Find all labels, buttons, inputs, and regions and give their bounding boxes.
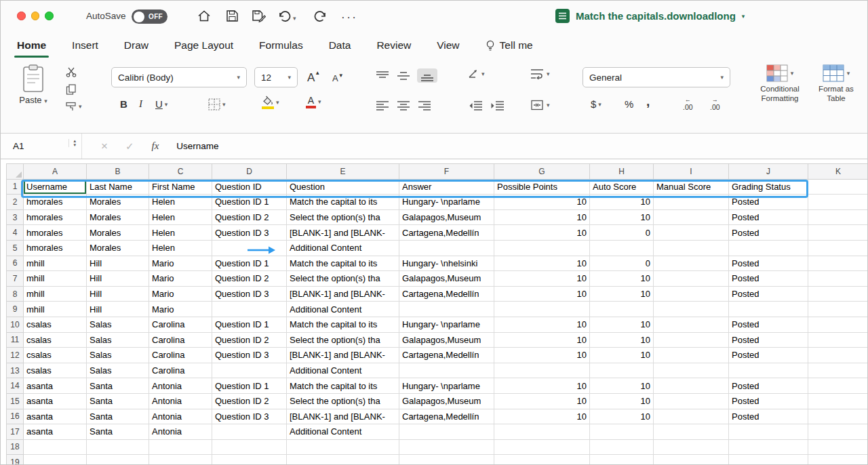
- col-header-E[interactable]: E: [287, 164, 399, 180]
- cell-H11[interactable]: 10: [590, 332, 654, 348]
- cell-K1[interactable]: [808, 179, 868, 195]
- bold-button[interactable]: B: [120, 98, 127, 110]
- cell-J1[interactable]: Grading Status: [729, 179, 808, 195]
- cell-I11[interactable]: [654, 332, 729, 348]
- cell-E3[interactable]: Select the option(s) tha: [287, 209, 399, 225]
- cell-A4[interactable]: hmorales: [24, 225, 87, 241]
- number-format-select[interactable]: General▾: [583, 67, 730, 87]
- cell-J9[interactable]: [729, 302, 808, 317]
- document-title[interactable]: Match the capitals.downloadlong: [576, 10, 736, 22]
- cell-C10[interactable]: Carolina: [149, 317, 212, 332]
- save-icon[interactable]: [226, 9, 239, 22]
- cell-G3[interactable]: 10: [494, 209, 590, 225]
- cell-J6[interactable]: Posted: [729, 256, 808, 271]
- cell-E2[interactable]: Match the capital to its: [287, 195, 399, 210]
- cell-C4[interactable]: Helen: [149, 225, 212, 241]
- cell-C18[interactable]: [149, 439, 212, 455]
- tab-home[interactable]: Home: [17, 39, 46, 52]
- cell-F2[interactable]: Hungary- \nparlame: [399, 195, 494, 210]
- cell-A16[interactable]: asanta: [24, 409, 87, 424]
- title-chevron-icon[interactable]: ▾: [742, 13, 745, 20]
- cell-I2[interactable]: [654, 195, 729, 210]
- cell-G16[interactable]: 10: [494, 409, 590, 424]
- cell-I5[interactable]: [654, 240, 729, 256]
- fill-color-button[interactable]: ▾: [261, 96, 279, 109]
- cell-C1[interactable]: First Name: [149, 179, 212, 195]
- cell-I4[interactable]: [654, 225, 729, 241]
- row-header-16[interactable]: 16: [7, 409, 24, 424]
- currency-format-button[interactable]: $▾: [591, 98, 601, 110]
- cell-D13[interactable]: [212, 363, 287, 378]
- cell-B2[interactable]: Morales: [87, 195, 149, 210]
- cell-F6[interactable]: Hungary- \nhelsinki: [399, 256, 494, 271]
- cell-H13[interactable]: [590, 363, 654, 378]
- format-as-table-button[interactable]: ▾ Format as Table: [816, 64, 856, 103]
- cell-B4[interactable]: Morales: [87, 225, 149, 241]
- cell-E9[interactable]: Additional Content: [287, 302, 399, 317]
- align-right-button[interactable]: [417, 100, 432, 111]
- cell-C7[interactable]: Mario: [149, 271, 212, 287]
- wrap-text-button[interactable]: ▾: [530, 68, 550, 79]
- tab-tell-me[interactable]: Tell me: [486, 39, 533, 52]
- cell-K12[interactable]: [808, 348, 868, 363]
- cell-I9[interactable]: [654, 302, 729, 317]
- cell-C6[interactable]: Mario: [149, 256, 212, 271]
- col-header-B[interactable]: B: [87, 164, 149, 180]
- cell-H5[interactable]: [590, 240, 654, 256]
- cell-G8[interactable]: 10: [494, 286, 590, 302]
- cell-J11[interactable]: Posted: [729, 332, 808, 348]
- cell-A15[interactable]: asanta: [24, 393, 87, 409]
- cell-J19[interactable]: [729, 455, 808, 464]
- fullscreen-button[interactable]: [45, 12, 54, 20]
- cell-F5[interactable]: [399, 240, 494, 256]
- cell-C3[interactable]: Helen: [149, 209, 212, 225]
- borders-button[interactable]: ▾: [208, 98, 226, 110]
- formula-input[interactable]: Username: [176, 141, 218, 151]
- decrease-decimal-button[interactable]: → .00: [710, 97, 720, 111]
- row-header-3[interactable]: 3: [7, 209, 24, 225]
- decrease-indent-button[interactable]: [469, 100, 483, 111]
- cell-E8[interactable]: [BLANK-1] and [BLANK-: [287, 286, 399, 302]
- cell-E19[interactable]: [287, 455, 399, 464]
- cell-C19[interactable]: [149, 455, 212, 464]
- cell-E1[interactable]: Question: [287, 179, 399, 195]
- cell-B18[interactable]: [87, 439, 149, 455]
- cell-F10[interactable]: Hungary- \nparlame: [399, 317, 494, 332]
- cell-G10[interactable]: 10: [494, 317, 590, 332]
- cell-C9[interactable]: Mario: [149, 302, 212, 317]
- cell-B17[interactable]: Santa: [87, 424, 149, 440]
- tab-view[interactable]: View: [437, 39, 459, 52]
- cell-B1[interactable]: Last Name: [87, 179, 149, 195]
- row-header-11[interactable]: 11: [7, 332, 24, 348]
- cell-A6[interactable]: mhill: [24, 256, 87, 271]
- row-header-2[interactable]: 2: [7, 195, 24, 210]
- tab-draw[interactable]: Draw: [124, 39, 149, 52]
- col-header-G[interactable]: G: [494, 164, 590, 180]
- select-all-button[interactable]: [7, 164, 24, 180]
- cell-F15[interactable]: Galapagos,Museum: [399, 393, 494, 409]
- cell-B12[interactable]: Salas: [87, 348, 149, 363]
- cell-C14[interactable]: Antonia: [149, 378, 212, 394]
- cell-K11[interactable]: [808, 332, 868, 348]
- col-header-I[interactable]: I: [654, 164, 729, 180]
- cell-G18[interactable]: [494, 439, 590, 455]
- cell-A10[interactable]: csalas: [24, 317, 87, 332]
- cell-H14[interactable]: 10: [590, 378, 654, 394]
- cell-F18[interactable]: [399, 439, 494, 455]
- cell-A5[interactable]: hmorales: [24, 240, 87, 256]
- row-header-19[interactable]: 19: [7, 455, 24, 464]
- cell-D8[interactable]: Question ID 3: [212, 286, 287, 302]
- cell-F7[interactable]: Galapagos,Museum: [399, 271, 494, 287]
- cell-G14[interactable]: 10: [494, 378, 590, 394]
- cell-C5[interactable]: Helen: [149, 240, 212, 256]
- cell-J2[interactable]: Posted: [729, 195, 808, 210]
- cell-K6[interactable]: [808, 256, 868, 271]
- tab-formulas[interactable]: Formulas: [259, 39, 303, 52]
- row-header-7[interactable]: 7: [7, 271, 24, 287]
- cell-I10[interactable]: [654, 317, 729, 332]
- cell-G12[interactable]: 10: [494, 348, 590, 363]
- col-header-A[interactable]: A: [24, 164, 87, 180]
- cell-D4[interactable]: Question ID 3: [212, 225, 287, 241]
- cell-A2[interactable]: hmorales: [24, 195, 87, 210]
- cell-E11[interactable]: Select the option(s) tha: [287, 332, 399, 348]
